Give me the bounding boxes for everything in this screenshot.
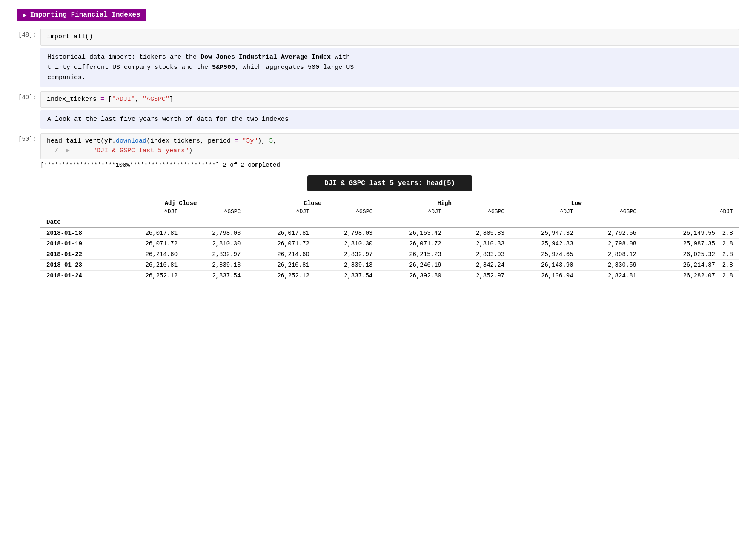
section-arrow-icon: ▶ [23,11,26,19]
table-row: 2018-01-19 26,071.72 2,810.30 26,071.72 … [40,239,739,249]
row-close-dji-4: 26,210.81 [246,260,315,271]
row-low-dji-2: 25,942.83 [510,239,579,249]
row-high-dji-5: 26,392.80 [378,271,447,281]
table-group-header-row: Adj Close Close High Low [40,198,739,208]
col-date-subheader [40,208,115,217]
table-title: DJI & GSPC last 5 years: head(5) [307,175,472,191]
row-close-dji-3: 26,214.60 [246,249,315,260]
row-high-dji-2: 26,071.72 [378,239,447,249]
cell-49-code[interactable]: index_tickers = ["^DJI", "^GSPC"] [40,91,739,108]
row-close-gspc-5: 2,837.54 [315,271,378,281]
col-low-header: Low [510,198,642,208]
row-low-gspc-2: 2,798.08 [579,239,642,249]
row-extra-5: 26,282.07 2,8 [642,271,739,281]
col-adj-close-header: Adj Close [115,198,247,208]
row-low-dji-5: 26,106.94 [510,271,579,281]
table-row: 2018-01-18 26,017.81 2,798.03 26,017.81 … [40,228,739,239]
row-extra-1: 26,149.55 2,8 [642,228,739,239]
table-title-wrap: DJI & GSPC last 5 years: head(5) [40,175,739,191]
table-sub-header-row: ^DJI ^GSPC ^DJI ^GSPC ^DJI ^GSPC ^DJI ^G… [40,208,739,217]
cell-49-number: [49]: [17,91,40,101]
col-adj-dji-subheader: ^DJI [115,208,183,217]
table-body: 2018-01-18 26,017.81 2,798.03 26,017.81 … [40,228,739,281]
row-low-gspc-4: 2,830.59 [579,260,642,271]
row-extra-4: 26,214.87 2,8 [642,260,739,271]
date-label: Date [40,217,739,228]
row-close-dji-1: 26,017.81 [246,228,315,239]
table-row: 2018-01-24 26,252.12 2,837.54 26,252.12 … [40,271,739,281]
data-table-wrap: Adj Close Close High Low ^DJI ^GSPC ^DJI… [40,198,739,281]
row-adj-dji-3: 26,214.60 [115,249,183,260]
row-close-gspc-1: 2,798.03 [315,228,378,239]
cell-50-content: head_tail_vert(yf.download(index_tickers… [40,133,739,281]
row-low-gspc-1: 2,792.56 [579,228,642,239]
cell-49: [49]: index_tickers = ["^DJI", "^GSPC"] … [17,91,739,129]
row-adj-dji-1: 26,017.81 [115,228,183,239]
row-low-gspc-5: 2,824.81 [579,271,642,281]
cell-48-output: Historical data import: tickers are the … [40,48,739,87]
row-high-dji-3: 26,215.23 [378,249,447,260]
cell-48-content: import_all() Historical data import: tic… [40,29,739,87]
col-extra-dji-subheader: ^DJI [642,208,739,217]
row-date-4: 2018-01-23 [40,260,115,271]
row-adj-gspc-3: 2,832.97 [183,249,246,260]
col-high-gspc-subheader: ^GSPC [447,208,510,217]
row-extra-3: 26,025.32 2,8 [642,249,739,260]
cell-50-code[interactable]: head_tail_vert(yf.download(index_tickers… [40,133,739,159]
col-low-dji-subheader: ^DJI [510,208,579,217]
row-adj-gspc-2: 2,810.30 [183,239,246,249]
row-close-gspc-4: 2,839.13 [315,260,378,271]
row-low-gspc-3: 2,808.12 [579,249,642,260]
table-row: 2018-01-22 26,214.60 2,832.97 26,214.60 … [40,249,739,260]
row-adj-gspc-1: 2,798.03 [183,228,246,239]
col-high-header: High [378,198,510,208]
row-low-dji-1: 25,947.32 [510,228,579,239]
row-low-dji-4: 26,143.90 [510,260,579,271]
cell-48-number: [48]: [17,29,40,38]
row-high-dji-1: 26,153.42 [378,228,447,239]
row-adj-dji-5: 26,252.12 [115,271,183,281]
col-adj-gspc-subheader: ^GSPC [183,208,246,217]
cell-48: [48]: import_all() Historical data impor… [17,29,739,87]
cell-49-content: index_tickers = ["^DJI", "^GSPC"] A look… [40,91,739,129]
row-close-dji-5: 26,252.12 [246,271,315,281]
col-low-gspc-subheader: ^GSPC [579,208,642,217]
col-close-header: Close [246,198,378,208]
section-header-label: Importing Financial Indexes [30,11,140,19]
row-date-3: 2018-01-22 [40,249,115,260]
row-low-dji-3: 25,974.65 [510,249,579,260]
col-close-gspc-subheader: ^GSPC [315,208,378,217]
col-close-dji-subheader: ^DJI [246,208,315,217]
cell-48-code[interactable]: import_all() [40,29,739,46]
row-close-gspc-3: 2,832.97 [315,249,378,260]
notebook-container: ▶ Importing Financial Indexes [48]: impo… [0,0,756,294]
cell-50-progress: [********************100%***************… [40,162,739,168]
col-high-dji-subheader: ^DJI [378,208,447,217]
row-date-5: 2018-01-24 [40,271,115,281]
row-high-gspc-3: 2,833.03 [447,249,510,260]
row-date-2: 2018-01-19 [40,239,115,249]
row-adj-gspc-5: 2,837.54 [183,271,246,281]
cell-50: [50]: head_tail_vert(yf.download(index_t… [17,133,739,281]
col-extra-header [642,198,739,208]
row-close-gspc-2: 2,810.30 [315,239,378,249]
row-high-gspc-1: 2,805.83 [447,228,510,239]
row-adj-dji-4: 26,210.81 [115,260,183,271]
table-row: 2018-01-23 26,210.81 2,839.13 26,210.81 … [40,260,739,271]
row-high-gspc-5: 2,852.97 [447,271,510,281]
row-adj-dji-2: 26,071.72 [115,239,183,249]
row-high-gspc-2: 2,810.33 [447,239,510,249]
row-date-1: 2018-01-18 [40,228,115,239]
row-extra-2: 25,987.35 2,8 [642,239,739,249]
data-table: Adj Close Close High Low ^DJI ^GSPC ^DJI… [40,198,739,281]
row-high-gspc-4: 2,842.24 [447,260,510,271]
row-high-dji-4: 26,246.19 [378,260,447,271]
col-empty-header [40,198,115,208]
cell-49-output: A look at the last five years worth of d… [40,110,739,129]
cell-50-number: [50]: [17,133,40,143]
row-adj-gspc-4: 2,839.13 [183,260,246,271]
row-close-dji-2: 26,071.72 [246,239,315,249]
table-date-label-row: Date [40,217,739,228]
section-header: ▶ Importing Financial Indexes [17,9,146,21]
